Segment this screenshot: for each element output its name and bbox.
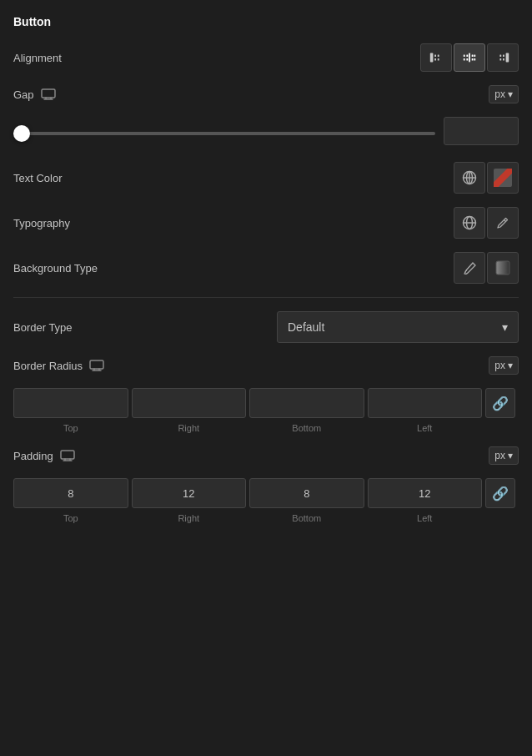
svg-rect-1: [434, 54, 436, 57]
padding-unit-label: px: [494, 450, 505, 461]
color-swatch-icon: [494, 169, 512, 187]
gap-slider[interactable]: [13, 132, 435, 135]
text-color-label: Text Color: [13, 172, 63, 184]
typography-globe-icon: [462, 215, 477, 230]
alignment-label: Alignment: [13, 52, 62, 64]
align-center-button[interactable]: [454, 43, 485, 72]
svg-rect-19: [42, 89, 55, 98]
text-color-btn-group: [454, 162, 519, 194]
svg-rect-18: [503, 58, 504, 61]
padding-link-button[interactable]: 🔗: [485, 478, 515, 508]
text-color-global-button[interactable]: [454, 162, 485, 194]
svg-rect-14: [506, 53, 509, 63]
padding-right-label: Right: [132, 513, 247, 523]
border-type-row: Border Type Default ▾: [13, 311, 519, 343]
gap-slider-row: [13, 117, 519, 145]
align-left-button[interactable]: [420, 43, 452, 72]
svg-rect-17: [503, 54, 504, 57]
background-gradient-button[interactable]: [487, 252, 519, 284]
panel-title: Button: [13, 15, 519, 28]
padding-inputs: 🔗: [13, 478, 519, 508]
svg-rect-6: [464, 58, 465, 61]
svg-rect-32: [61, 451, 74, 459]
svg-rect-5: [464, 54, 465, 57]
gap-unit-chevron: ▾: [508, 88, 513, 100]
border-type-label: Border Type: [13, 321, 73, 334]
border-radius-bottom-input[interactable]: [249, 388, 364, 418]
svg-rect-13: [474, 58, 475, 61]
svg-rect-4: [438, 58, 439, 61]
svg-rect-16: [499, 58, 501, 61]
border-radius-link-button[interactable]: 🔗: [485, 388, 515, 418]
typography-row: Typography: [13, 207, 519, 239]
gap-label: Gap: [13, 88, 34, 101]
svg-rect-12: [474, 54, 475, 57]
gap-monitor-icon: [41, 88, 56, 100]
border-type-value: Default: [288, 320, 324, 334]
border-radius-unit-label: px: [494, 360, 505, 371]
svg-rect-10: [466, 54, 468, 57]
svg-rect-30: [496, 261, 509, 275]
background-type-row: Background Type: [13, 252, 519, 284]
border-radius-top-label: Top: [13, 423, 128, 433]
svg-rect-9: [472, 58, 474, 61]
border-radius-right-input[interactable]: [132, 388, 247, 418]
border-radius-right-label: Right: [132, 423, 247, 433]
border-radius-bottom-label: Bottom: [249, 423, 364, 433]
padding-left-label: Left: [368, 513, 483, 523]
typography-label: Typography: [13, 217, 70, 229]
globe-icon: [462, 170, 477, 185]
svg-rect-3: [438, 54, 439, 57]
border-type-dropdown[interactable]: Default ▾: [277, 311, 519, 343]
svg-rect-7: [469, 53, 470, 63]
typography-btn-group: [454, 207, 519, 239]
padding-label: Padding: [13, 450, 53, 462]
svg-rect-31: [90, 360, 103, 369]
gap-number-input[interactable]: [444, 117, 519, 145]
padding-right-input[interactable]: [132, 478, 247, 508]
brush-icon: [463, 261, 477, 275]
align-right-button[interactable]: [487, 43, 519, 72]
border-radius-left-input[interactable]: [368, 388, 483, 418]
typography-global-button[interactable]: [454, 207, 485, 239]
padding-top-input[interactable]: [13, 478, 128, 508]
padding-bottom-input[interactable]: [249, 478, 364, 508]
pencil-icon: [496, 216, 509, 229]
border-radius-top-input[interactable]: [13, 388, 128, 418]
border-radius-row: Border Radius px ▾: [13, 356, 519, 375]
svg-line-29: [504, 220, 506, 222]
border-radius-unit-chevron: ▾: [508, 360, 513, 371]
divider-1: [13, 297, 519, 298]
background-type-btn-group: [454, 252, 519, 284]
padding-monitor-icon: [60, 450, 75, 461]
border-radius-left-label: Left: [368, 423, 483, 433]
text-color-picker-button[interactable]: [487, 162, 519, 194]
border-type-chevron: ▾: [502, 320, 508, 334]
border-radius-inputs: 🔗: [13, 388, 519, 418]
typography-edit-button[interactable]: [487, 207, 519, 239]
border-radius-monitor-icon: [89, 360, 104, 371]
padding-row: Padding px ▾: [13, 446, 519, 465]
gap-unit-select[interactable]: px ▾: [489, 85, 519, 103]
text-color-row: Text Color: [13, 162, 519, 194]
padding-unit-select[interactable]: px ▾: [489, 446, 519, 465]
svg-rect-0: [430, 53, 434, 63]
alignment-row: Alignment: [13, 43, 519, 72]
padding-bottom-label: Bottom: [249, 513, 364, 523]
border-radius-labels: Top Right Bottom Left: [13, 423, 519, 433]
background-type-label: Background Type: [13, 262, 98, 275]
gap-row: Gap px ▾: [13, 85, 519, 103]
svg-rect-8: [472, 54, 474, 57]
gradient-icon: [494, 260, 511, 276]
padding-label-group: Padding: [13, 450, 75, 462]
border-radius-label-group: Border Radius: [13, 360, 104, 372]
border-radius-unit-select[interactable]: px ▾: [489, 356, 519, 375]
gap-unit-label: px: [494, 88, 505, 100]
padding-left-input[interactable]: [368, 478, 483, 508]
gap-label-group: Gap: [13, 88, 56, 101]
alignment-btn-group: [420, 43, 519, 72]
padding-unit-chevron: ▾: [508, 450, 513, 461]
svg-rect-11: [466, 58, 468, 61]
padding-top-label: Top: [13, 513, 128, 523]
background-brush-button[interactable]: [454, 252, 485, 284]
